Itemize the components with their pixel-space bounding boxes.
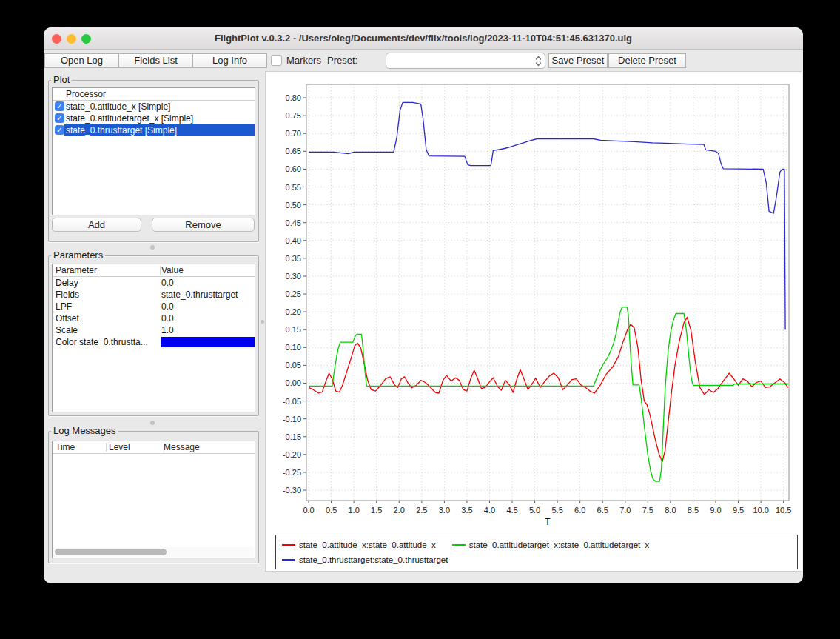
- color-swatch[interactable]: [161, 337, 255, 347]
- delete-preset-button[interactable]: Delete Preset: [608, 53, 686, 68]
- parameter-column-header: Parameter: [56, 265, 97, 275]
- x-tick-label: 6.5: [597, 506, 608, 515]
- processor-table-header[interactable]: Processor: [53, 88, 255, 101]
- x-tick-label: 5.0: [529, 506, 540, 515]
- x-tick-label: 7.5: [642, 506, 653, 515]
- x-tick-label: 4.0: [484, 506, 495, 515]
- chart-legend: state_0.attitude_x:state_0.attitude_xsta…: [275, 535, 798, 569]
- y-tick-label: 0.40: [286, 236, 301, 245]
- markers-checkbox[interactable]: [271, 55, 282, 66]
- header-divider: [106, 443, 107, 452]
- y-tick-label: 0.15: [286, 325, 301, 334]
- processor-rows: ✓state_0.attitude_x [Simple]✓state_0.att…: [53, 101, 255, 136]
- y-tick-label: 0.10: [286, 343, 301, 352]
- scrollbar-thumb[interactable]: [55, 549, 167, 555]
- parameter-name: Fields: [56, 289, 79, 301]
- parameter-rows: Delay0.0Fieldsstate_0.thrusttargetLPF0.0…: [53, 277, 255, 348]
- value-column-header: Value: [161, 265, 184, 275]
- parameter-name: Color state_0.thrustta...: [56, 336, 148, 348]
- add-button[interactable]: Add: [52, 218, 141, 232]
- y-tick-label: -0.25: [283, 468, 301, 477]
- legend-item: state_0.attitude_x:state_0.attitude_x: [282, 538, 436, 552]
- x-tick-label: 6.0: [574, 506, 585, 515]
- parameter-name: Offset: [56, 312, 79, 324]
- x-tick-label: 1.5: [371, 506, 382, 515]
- splitter-handle-top[interactable]: [150, 245, 155, 250]
- chart-panel: 0.00.51.01.52.02.53.03.54.04.55.05.56.06…: [265, 71, 802, 572]
- x-tick-label: 3.0: [439, 506, 450, 515]
- color-parameter-row[interactable]: Color state_0.thrustta...: [53, 336, 255, 348]
- vertical-splitter-handle[interactable]: [261, 320, 264, 324]
- row-checkbox[interactable]: ✓: [55, 125, 64, 135]
- parameters-table[interactable]: Parameter Value Delay0.0Fieldsstate_0.th…: [52, 264, 255, 412]
- parameter-value: 0.0: [161, 312, 174, 324]
- header-divider: [161, 443, 161, 452]
- y-tick-label: 0.75: [286, 111, 301, 120]
- y-tick-label: 0.30: [286, 272, 301, 281]
- x-tick-label: 7.0: [619, 506, 631, 515]
- legend-line-marker: [282, 544, 295, 546]
- fields-list-button[interactable]: Fields List: [118, 53, 193, 68]
- y-tick-label: 0.70: [286, 129, 301, 138]
- flightplot-window: FlightPlot v.0.3.2 - /Users/oleg/Documen…: [44, 27, 803, 583]
- save-preset-button[interactable]: Save Preset: [548, 53, 608, 68]
- y-tick-label: 0.45: [286, 218, 301, 227]
- x-tick-label: 4.5: [506, 506, 517, 515]
- parameter-value: state_0.thrusttarget: [161, 289, 238, 301]
- parameter-row[interactable]: Scale1.0: [53, 324, 255, 336]
- y-tick-label: 0.60: [286, 164, 301, 173]
- log-table-header[interactable]: Time Level Message: [53, 441, 255, 454]
- row-checkbox[interactable]: ✓: [55, 101, 64, 111]
- row-checkbox[interactable]: ✓: [55, 113, 64, 123]
- header-divider: [160, 266, 161, 275]
- processor-row[interactable]: ✓state_0.attitude_x [Simple]: [53, 101, 255, 113]
- log-messages-table[interactable]: Time Level Message: [52, 441, 255, 558]
- parameter-row[interactable]: Offset0.0: [53, 312, 255, 324]
- series-line: [309, 317, 788, 461]
- log-info-button[interactable]: Log Info: [192, 53, 267, 68]
- x-tick-label: 0.0: [303, 506, 314, 515]
- x-tick-label: 1.0: [349, 506, 360, 515]
- series-line: [309, 307, 788, 481]
- y-tick-label: -0.15: [283, 432, 301, 441]
- log-messages-group-title: Log Messages: [51, 426, 118, 436]
- splitter-handle-bottom[interactable]: [150, 421, 155, 425]
- markers-label: Markers: [286, 54, 321, 67]
- y-tick-label: 0.05: [286, 361, 301, 369]
- preset-label: Preset:: [327, 54, 357, 67]
- parameter-value: 0.0: [161, 301, 174, 312]
- x-tick-label: 10.5: [776, 506, 791, 515]
- remove-button[interactable]: Remove: [152, 218, 255, 232]
- parameter-name: LPF: [56, 301, 72, 312]
- parameter-row[interactable]: LPF0.0: [53, 301, 255, 312]
- legend-item: state_0.attitudetarget_x:state_0.attitud…: [452, 538, 650, 552]
- parameter-value: 1.0: [161, 324, 174, 336]
- processor-row[interactable]: ✓state_0.attitudetarget_x [Simple]: [53, 113, 255, 124]
- flight-data-chart[interactable]: 0.00.51.01.52.02.53.03.54.04.55.05.56.06…: [266, 72, 802, 532]
- processor-column-header: Processor: [66, 89, 106, 99]
- window-title: FlightPlot v.0.3.2 - /Users/oleg/Documen…: [44, 27, 803, 50]
- x-tick-label: 8.0: [665, 506, 676, 515]
- parameters-group-title: Parameters: [51, 250, 105, 261]
- processor-row[interactable]: ✓state_0.thrusttarget [Simple]: [53, 124, 255, 136]
- preset-combobox[interactable]: [386, 53, 545, 69]
- y-tick-label: 0.65: [286, 147, 301, 155]
- message-column-header: Message: [164, 442, 200, 452]
- processor-row-label: state_0.attitude_x [Simple]: [66, 101, 170, 113]
- legend-item: state_0.thrusttarget:state_0.thrusttarge…: [282, 552, 448, 567]
- legend-label: state_0.attitude_x:state_0.attitude_x: [299, 541, 436, 549]
- open-log-button[interactable]: Open Log: [44, 53, 119, 68]
- parameters-table-header[interactable]: Parameter Value: [53, 264, 255, 277]
- y-tick-label: 0.35: [286, 254, 301, 263]
- y-tick-label: -0.10: [283, 415, 301, 424]
- series-line: [309, 102, 785, 329]
- x-tick-label: 0.5: [326, 506, 337, 515]
- parameter-row[interactable]: Delay0.0: [53, 277, 255, 289]
- time-column-header: Time: [56, 442, 75, 452]
- parameter-row[interactable]: Fieldsstate_0.thrusttarget: [53, 289, 255, 301]
- y-tick-label: 0.20: [286, 307, 301, 316]
- x-axis-label: T: [545, 517, 551, 527]
- horizontal-scrollbar[interactable]: [53, 547, 254, 557]
- title-bar[interactable]: FlightPlot v.0.3.2 - /Users/oleg/Documen…: [44, 27, 803, 50]
- processor-table[interactable]: Processor ✓state_0.attitude_x [Simple]✓s…: [52, 87, 255, 215]
